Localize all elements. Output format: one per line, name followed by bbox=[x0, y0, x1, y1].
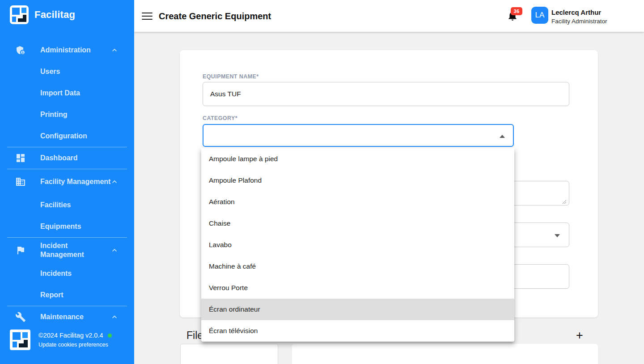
sidebar-item-label: Equipments bbox=[40, 222, 81, 231]
sidebar-item-dashboard[interactable]: Dashboard bbox=[0, 147, 134, 169]
sidebar-item-label: Incidents bbox=[40, 269, 72, 278]
sidebar: Facilitag Administration Users Import Da… bbox=[0, 0, 134, 364]
sidebar-nav: Administration Users Import Data Printin… bbox=[0, 39, 134, 328]
sidebar-item-configuration[interactable]: Configuration bbox=[0, 125, 134, 147]
facilitag-logo-icon bbox=[10, 330, 30, 350]
sidebar-item-label: Administration bbox=[40, 46, 91, 55]
sidebar-item-label: Incident Management bbox=[40, 241, 112, 259]
top-bar: Create Generic Equipment 36 LA Leclercq … bbox=[134, 0, 644, 32]
brand-name: Facilitag bbox=[34, 9, 75, 21]
files-panel bbox=[292, 344, 598, 364]
chevron-up-icon[interactable] bbox=[110, 177, 119, 186]
sidebar-item-label: Import Data bbox=[40, 89, 80, 98]
sidebar-item-label: Configuration bbox=[40, 132, 87, 141]
sidebar-item-import-data[interactable]: Import Data bbox=[0, 82, 134, 104]
sidebar-footer: ©2024 Facilitag v2.0.4 Update cookies pr… bbox=[0, 325, 134, 364]
notification-badge: 36 bbox=[511, 7, 522, 15]
wrench-icon bbox=[15, 312, 26, 322]
chevron-up-icon[interactable] bbox=[110, 246, 119, 255]
avatar[interactable]: LA bbox=[531, 7, 548, 24]
sidebar-item-administration[interactable]: Administration bbox=[0, 39, 134, 61]
category-select[interactable] bbox=[203, 124, 514, 147]
add-file-button[interactable]: + bbox=[573, 329, 586, 342]
category-label: CATEGORY* bbox=[203, 115, 237, 121]
page-title: Create Generic Equipment bbox=[159, 11, 271, 21]
chevron-up-icon[interactable] bbox=[110, 46, 119, 55]
dropdown-option[interactable]: Verrou Porte bbox=[201, 277, 514, 299]
sidebar-item-label: Users bbox=[40, 67, 60, 76]
chevron-up-icon[interactable] bbox=[110, 313, 119, 321]
dashboard-icon bbox=[15, 153, 26, 163]
dropdown-option[interactable]: Machine à café bbox=[201, 256, 514, 277]
equipment-name-label: EQUIPMENT NAME* bbox=[203, 73, 258, 80]
user-role: Facility Administrator bbox=[551, 18, 607, 25]
admin-panel-icon bbox=[15, 45, 26, 56]
version-line: ©2024 Facilitag v2.0.4 bbox=[38, 332, 112, 339]
sidebar-item-facilities[interactable]: Facilities bbox=[0, 194, 134, 216]
facilitag-logo-icon bbox=[10, 5, 29, 24]
version-text: ©2024 Facilitag v2.0.4 bbox=[38, 332, 103, 339]
sidebar-item-maintenance[interactable]: Maintenance bbox=[0, 306, 134, 328]
sidebar-item-label: Dashboard bbox=[40, 154, 78, 163]
sidebar-item-equipments[interactable]: Equipments bbox=[0, 216, 134, 237]
dropdown-option[interactable]: Aération bbox=[201, 191, 514, 213]
sidebar-item-label: Report bbox=[40, 291, 64, 300]
equipment-name-value: Asus TUF bbox=[210, 90, 241, 98]
sidebar-item-label: Facilities bbox=[40, 201, 71, 210]
dropdown-option[interactable]: Lavabo bbox=[201, 234, 514, 256]
sidebar-item-facility-management[interactable]: Facility Management bbox=[0, 169, 134, 194]
sidebar-item-incidents[interactable]: Incidents bbox=[0, 263, 134, 284]
brand: Facilitag bbox=[10, 1, 75, 29]
file-thumbnail-box[interactable] bbox=[180, 344, 278, 364]
app-window: Facilitag Administration Users Import Da… bbox=[0, 0, 644, 364]
building-icon bbox=[15, 176, 26, 187]
sidebar-item-label: Maintenance bbox=[40, 313, 84, 321]
hamburger-menu-button[interactable] bbox=[142, 13, 153, 20]
chevron-down-icon bbox=[555, 234, 560, 237]
equipment-name-input[interactable]: Asus TUF bbox=[203, 82, 569, 106]
sidebar-item-report[interactable]: Report bbox=[0, 284, 134, 306]
user-name: Leclercq Arthur bbox=[551, 9, 601, 16]
status-dot-icon bbox=[108, 334, 112, 338]
resize-handle-icon[interactable] bbox=[561, 198, 567, 203]
sidebar-item-incident-management[interactable]: Incident Management bbox=[0, 238, 134, 263]
sidebar-item-label: Facility Management bbox=[40, 177, 112, 186]
dropdown-option[interactable]: Ampoule Plafond bbox=[201, 170, 514, 191]
dropdown-option[interactable]: Ampoule lampe à pied bbox=[201, 148, 514, 170]
dropdown-option-highlighted[interactable]: Écran ordinateur bbox=[201, 299, 514, 320]
dropdown-option[interactable]: Écran télévision bbox=[201, 320, 514, 342]
dropdown-option[interactable]: Chaise bbox=[201, 213, 514, 234]
sidebar-item-printing[interactable]: Printing bbox=[0, 104, 134, 125]
flag-icon bbox=[15, 245, 26, 256]
chevron-up-icon bbox=[500, 135, 505, 138]
category-dropdown-menu: Ampoule lampe à pied Ampoule Plafond Aér… bbox=[201, 148, 514, 342]
sidebar-item-label: Printing bbox=[40, 110, 67, 119]
cookies-preferences-link[interactable]: Update cookies preferences bbox=[38, 342, 108, 348]
sidebar-item-users[interactable]: Users bbox=[0, 61, 134, 82]
